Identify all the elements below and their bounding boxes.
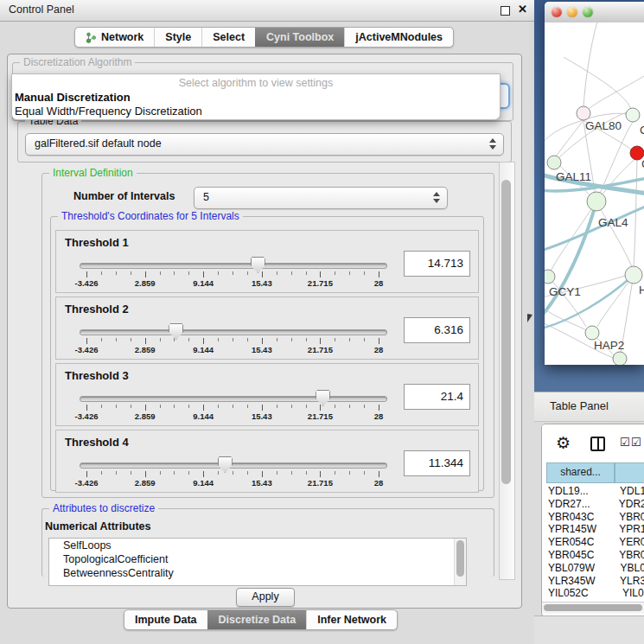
screenshot-root: Control Panel ✕ NetworkStyleSelectCyni T… [0,0,644,644]
table-panel-title: Table Panel [550,399,609,412]
table-data-combobox[interactable]: galFiltered.sif default node [25,133,504,156]
table-horizontal-scrollbar[interactable] [542,602,644,614]
network-icon [86,32,97,43]
algorithm-popup-placeholder: Select algorithm to view settings [12,77,500,89]
numerical-attributes-label: Numerical Attributes [45,520,150,532]
table-row[interactable]: YDL19...YDL1 [542,485,644,498]
threshold-value-field[interactable]: 11.344 [404,450,470,476]
number-of-intervals-label: Number of Intervals [73,190,175,202]
numerical-attributes-list[interactable]: SelfLoopsTopologicalCoefficientBetweenne… [48,538,467,586]
table-row[interactable]: YDR27...YDR2 [542,498,644,511]
network-node[interactable] [545,270,555,284]
table-row[interactable]: YLR345WYLR3 [542,575,644,588]
slider-ticks [86,471,379,478]
tab-style[interactable]: Style [154,28,201,47]
table-row[interactable]: YBL079WYBL0 [542,562,644,575]
network-node[interactable] [613,352,627,365]
network-canvas[interactable]: GAL80GCGAL11GAL4GCY1HHAP2 [545,22,644,365]
apply-button[interactable]: Apply [236,588,295,607]
attribute-items: SelfLoopsTopologicalCoefficientBetweenne… [49,539,466,580]
tab-jactivemnodules[interactable]: jActiveMNodules [344,28,453,47]
panel-scrollbar[interactable] [499,162,515,580]
close-icon[interactable]: ✕ [518,3,527,16]
attribute-item[interactable]: SelfLoops [49,539,466,552]
checkbox-icon[interactable]: ☑ [620,437,630,448]
scrollbar-thumb[interactable] [501,180,511,484]
node-label: GAL11 [556,170,591,183]
close-traffic-light-icon[interactable] [552,7,562,17]
node-label: H [639,284,644,296]
tab-select[interactable]: Select [201,28,255,47]
algorithm-popup: Select algorithm to view settings Manual… [11,73,501,120]
network-window-titlebar[interactable] [545,2,644,23]
threshold-panel-4: Threshold 4-3.4262.8599.14415.4321.71528… [55,430,479,493]
table-row[interactable]: YBR043CYBR0 [542,511,644,524]
split-columns-icon[interactable] [590,437,605,451]
minimize-traffic-light-icon[interactable] [567,7,577,17]
table-data-group: Table Data galFiltered.sif default node [17,121,512,163]
column-header-name[interactable]: na [615,462,644,483]
node-label: HAP2 [594,339,624,352]
tab-label: Discretize Data [219,614,296,626]
network-node[interactable] [625,266,642,284]
checkbox-icon[interactable]: ☑ [631,437,641,448]
tab-label: Select [213,31,245,43]
table-row[interactable]: YBR045CYBR0 [542,549,644,562]
threshold-label: Threshold 1 [65,236,129,249]
threshold-value-field[interactable]: 6.316 [404,317,470,343]
attribute-item[interactable]: TopologicalCoefficient [49,552,466,566]
interval-definition-title: Interval Definition [49,167,137,179]
thresholds-list: Threshold 1-3.4262.8599.14415.4321.71528… [55,230,477,496]
network-node[interactable] [587,192,606,211]
tab-label: Network [101,31,143,43]
tab-label: Infer Network [317,614,386,626]
panel-title: Control Panel [9,3,74,16]
algorithm-option-2[interactable]: Equal Width/Frequency Discretization [15,105,202,118]
table-row[interactable]: YER054CYER0 [542,536,644,549]
table-rows: YDL19...YDL1YDR27...YDR2YBR043CYBR0YPR14… [542,485,644,602]
tab-impute-data[interactable]: Impute Data [124,610,207,629]
threshold-slider-track[interactable] [80,329,387,335]
threshold-slider-track[interactable] [80,263,387,269]
threshold-label: Threshold 3 [65,369,129,382]
slider-ticks [86,271,379,278]
threshold-value-field[interactable]: 14.713 [404,251,470,277]
gear-icon[interactable]: ⚙ [556,435,571,451]
tab-network[interactable]: Network [75,28,154,47]
network-canvas-svg: GAL80GCGAL11GAL4GCY1HHAP2 [545,22,644,365]
discretization-algorithm-title: Discretization Algorithm [20,56,135,68]
node-table: ⚙ ☑ ☑ shared... na YDL19...YDL1YDR27...Y… [541,424,644,617]
column-header-shared[interactable]: shared... [546,462,615,483]
control-panel-titlebar: Control Panel ✕ [0,0,536,22]
tab-label: Style [165,31,191,43]
table-header-row: shared... na [542,462,644,482]
slider-tick-labels: -3.4262.8599.14415.4321.71528 [86,411,379,421]
cytoscape-desktop: GAL80GCGAL11GAL4GCY1HHAP2 [534,0,644,392]
threshold-slider-track[interactable] [80,462,387,469]
thresholds-group-title: Threshold's Coordinates for 5 Intervals [58,210,243,222]
bottom-tab-bar: Impute DataDiscretize DataInfer Network [124,609,398,630]
number-of-intervals-combobox[interactable]: 5 [194,187,448,209]
tab-discretize-data[interactable]: Discretize Data [207,610,307,629]
float-window-icon[interactable] [501,6,510,16]
network-node[interactable] [547,156,561,169]
slider-tick-labels: -3.4262.8599.14415.4321.71528 [86,478,379,488]
network-node[interactable] [585,326,599,340]
threshold-panel-2: Threshold 2-3.4262.8599.14415.4321.71528… [55,296,479,360]
table-row[interactable]: YIL052CYIL0 [542,587,644,600]
slider-tick-labels: -3.4262.8599.14415.4321.71528 [86,278,379,288]
network-node[interactable] [626,108,640,122]
tab-infer-network[interactable]: Infer Network [306,610,397,629]
zoom-traffic-light-icon[interactable] [583,7,593,17]
tab-cyni-toolbox[interactable]: Cyni Toolbox [255,28,344,47]
mouse-cursor [527,314,532,322]
slider-tick-labels: -3.4262.8599.14415.4321.71528 [86,345,379,354]
table-row[interactable]: YPR145WYPR1 [542,523,644,536]
network-node[interactable] [577,106,590,120]
tab-label: Cyni Toolbox [266,31,334,43]
threshold-value-field[interactable]: 21.4 [404,384,470,410]
algorithm-option-1[interactable]: Manual Discretization [15,91,131,104]
attribute-item[interactable]: BetweennessCentrality [49,566,466,580]
attributes-scrollbar[interactable] [454,539,466,585]
threshold-slider-track[interactable] [80,396,387,402]
